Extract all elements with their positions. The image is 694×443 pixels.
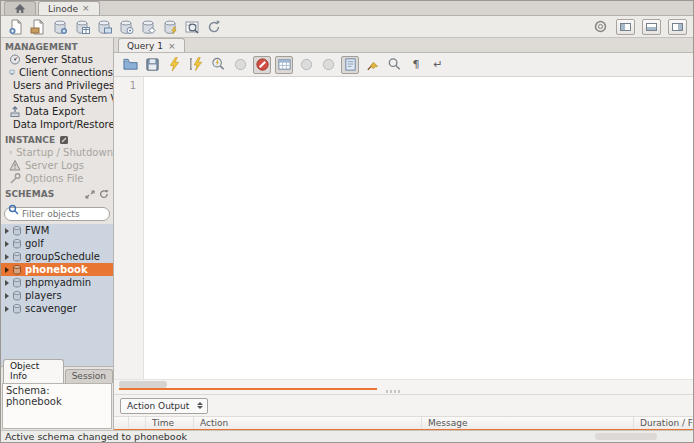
new-table-icon xyxy=(74,19,90,35)
server-status-icon xyxy=(9,53,21,66)
new-query-tab-icon xyxy=(8,19,24,35)
rollback-button[interactable] xyxy=(319,56,337,74)
wrap-text-button[interactable]: ↵ xyxy=(429,56,447,74)
toggle-stop-on-error-button[interactable] xyxy=(253,56,271,74)
sidebar-item-label: Server Status xyxy=(25,54,93,65)
find-button[interactable] xyxy=(385,56,403,74)
open-file-icon xyxy=(123,57,138,72)
schema-row-groupschedule[interactable]: groupSchedule xyxy=(1,250,113,263)
tab-connection-linode[interactable]: Linode × xyxy=(38,1,100,15)
wrench-icon xyxy=(9,172,21,185)
new-query-tab-button[interactable] xyxy=(7,18,24,35)
expander-icon[interactable] xyxy=(5,254,9,260)
sidebar-item-options-file[interactable]: Options File xyxy=(1,172,113,185)
sidebar-item-users-privileges[interactable]: Users and Privileges xyxy=(1,79,113,92)
save-script-button[interactable] xyxy=(143,56,161,74)
spinner-icon xyxy=(197,402,203,409)
refresh-icon[interactable] xyxy=(99,189,109,199)
line-number-gutter: 1 xyxy=(114,77,144,379)
invisible-characters-button[interactable]: ¶ xyxy=(407,56,425,74)
sidebar-item-data-export[interactable]: Data Export xyxy=(1,105,113,118)
tab-object-info[interactable]: Object Info xyxy=(3,359,64,383)
tab-query-1[interactable]: Query 1 × xyxy=(118,38,185,52)
clean-query-button[interactable] xyxy=(363,56,381,74)
connection-status-button[interactable] xyxy=(592,18,609,35)
expander-icon[interactable] xyxy=(5,306,9,312)
sidebar-item-label: Data Import/Restore xyxy=(13,119,113,130)
main-toolbar xyxy=(1,16,693,38)
toggle-left-panel-button[interactable] xyxy=(616,19,635,35)
find-magnifier-icon xyxy=(387,57,402,72)
open-sql-script-button[interactable] xyxy=(29,18,46,35)
remote-management-icon xyxy=(59,135,69,145)
expander-icon[interactable] xyxy=(5,228,9,234)
new-function-icon xyxy=(140,19,156,35)
tab-home[interactable] xyxy=(4,1,36,15)
open-sql-script-icon xyxy=(30,19,46,35)
close-icon[interactable]: × xyxy=(82,4,90,13)
sidebar-item-label: Startup / Shutdown xyxy=(16,147,113,158)
close-icon[interactable]: × xyxy=(168,41,176,51)
filter-objects-input[interactable] xyxy=(4,207,110,221)
splitter-grip[interactable] xyxy=(386,390,400,393)
home-icon xyxy=(14,3,26,14)
info-panel-tabs: Object Info Session xyxy=(1,367,113,383)
schema-row-fwm[interactable]: FWM xyxy=(1,224,113,237)
search-icon xyxy=(8,204,19,215)
schemas-title: SCHEMAS xyxy=(5,189,54,199)
horizontal-scrollbar-thumb[interactable] xyxy=(119,381,167,388)
sidebar-item-label: Server Logs xyxy=(25,160,84,171)
expander-icon[interactable] xyxy=(5,241,9,247)
reconnect-dbms-button[interactable] xyxy=(205,18,222,35)
tab-session[interactable]: Session xyxy=(65,369,113,383)
execute-current-statement-button[interactable] xyxy=(187,56,205,74)
schema-row-golf[interactable]: golf xyxy=(1,237,113,250)
schema-icon xyxy=(12,277,22,288)
pilcrow-icon: ¶ xyxy=(413,59,420,70)
limit-rows-grid-icon xyxy=(277,57,292,72)
sidebar-item-status-system-variables[interactable]: Status and System Variables xyxy=(1,92,113,105)
new-view-button[interactable] xyxy=(95,18,112,35)
splitter-highlight xyxy=(119,388,377,390)
toggle-right-panel-button[interactable] xyxy=(668,19,687,35)
schema-row-phonebook[interactable]: phonebook xyxy=(1,263,113,276)
server-logs-warning-icon xyxy=(9,159,21,172)
sql-code-area[interactable] xyxy=(144,77,693,379)
open-file-button[interactable] xyxy=(121,56,139,74)
sidebar-item-startup-shutdown[interactable]: Startup / Shutdown xyxy=(1,146,113,159)
sidebar-item-server-status[interactable]: Server Status xyxy=(1,53,113,66)
sidebar-item-label: Status and System Variables xyxy=(13,93,113,104)
stop-button[interactable] xyxy=(231,56,249,74)
window-tab-bar: Linode × xyxy=(1,1,693,16)
new-schema-button[interactable] xyxy=(51,18,68,35)
expander-icon[interactable] xyxy=(5,280,9,286)
toggle-autocommit-button[interactable] xyxy=(341,56,359,74)
collapse-expand-icon[interactable] xyxy=(85,190,95,199)
management-title: MANAGEMENT xyxy=(5,42,78,52)
sql-editor-area: Query 1 × xyxy=(114,38,693,430)
schema-row-scavenger[interactable]: scavenger xyxy=(1,302,113,315)
new-function-button[interactable] xyxy=(139,18,156,35)
commit-button[interactable] xyxy=(297,56,315,74)
schema-row-phpmyadmin[interactable]: phpmyadmin xyxy=(1,276,113,289)
instance-title: INSTANCE xyxy=(5,135,55,145)
sidebar-item-data-import[interactable]: Data Import/Restore xyxy=(1,118,113,131)
expander-icon[interactable] xyxy=(5,293,9,299)
status-scrollbar-thumb[interactable] xyxy=(595,433,657,440)
new-event-button[interactable] xyxy=(161,18,178,35)
explain-plan-button[interactable] xyxy=(209,56,227,74)
sidebar-item-server-logs[interactable]: Server Logs xyxy=(1,159,113,172)
expander-icon[interactable] xyxy=(5,267,9,273)
sidebar-item-client-connections[interactable]: Client Connections xyxy=(1,66,113,79)
execute-lightning-icon xyxy=(167,57,182,72)
search-table-data-button[interactable] xyxy=(183,18,200,35)
client-connections-icon xyxy=(9,66,15,79)
query-tab-label: Query 1 xyxy=(127,41,163,51)
toggle-bottom-panel-button[interactable] xyxy=(642,19,661,35)
schema-row-players[interactable]: players xyxy=(1,289,113,302)
new-table-button[interactable] xyxy=(73,18,90,35)
output-view-selector[interactable]: Action Output xyxy=(120,398,208,414)
new-procedure-button[interactable] xyxy=(117,18,134,35)
execute-button[interactable] xyxy=(165,56,183,74)
limit-rows-button[interactable] xyxy=(275,56,293,74)
